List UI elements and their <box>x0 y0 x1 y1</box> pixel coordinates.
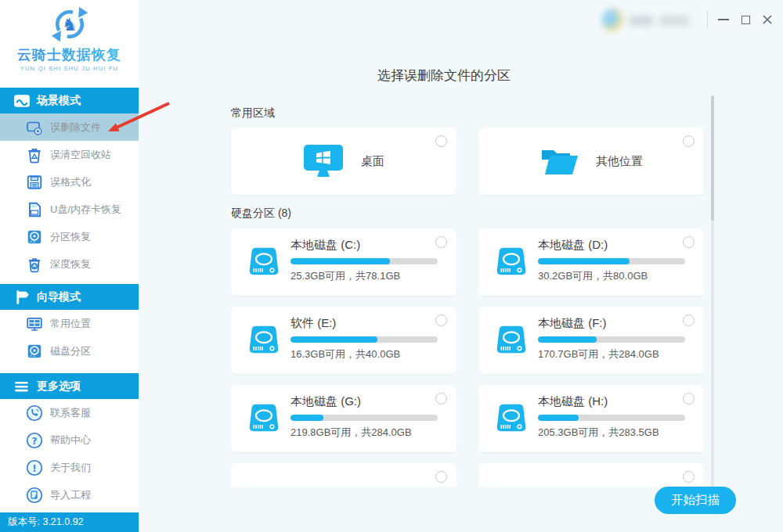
menu-lines-icon <box>13 378 31 395</box>
main-panel: 选择误删除文件的分区 常用区域 桌面 <box>139 0 783 532</box>
sidebar-item-label: U盘/内存卡恢复 <box>50 203 121 217</box>
maximize-button[interactable] <box>734 8 756 31</box>
partition-card-partial[interactable] <box>231 463 456 487</box>
sidebar-item-about-us[interactable]: ! 关于我们 <box>0 454 139 481</box>
scrollbar-thumb[interactable] <box>711 95 714 221</box>
vertical-scrollbar[interactable] <box>711 95 714 487</box>
recycle-arrows-knight-logo-icon: ♞ <box>49 5 90 44</box>
trash-restore-icon <box>26 256 43 273</box>
partition-card-partial[interactable] <box>478 463 704 487</box>
sidebar-item-label: 导入工程 <box>50 488 91 502</box>
sidebar-item-label: 联系客服 <box>50 406 91 420</box>
sidebar-item-label: 关于我们 <box>50 461 91 475</box>
partition-name: 本地磁盘 (D:) <box>538 238 608 253</box>
sidebar-item-import-project[interactable]: 导入工程 <box>0 481 139 509</box>
sidebar-item-help-center[interactable]: ? 帮助中心 <box>0 426 139 454</box>
partition-radio[interactable] <box>683 393 695 404</box>
sidebar-item-label: 分区恢复 <box>50 230 91 244</box>
page-title: 选择误删除文件的分区 <box>139 66 749 84</box>
partition-radio[interactable] <box>435 315 447 326</box>
sidebar-item-disk-partitions[interactable]: 磁盘分区 <box>0 337 139 365</box>
partition-card-f[interactable]: 本地磁盘 (F:) 170.7GB可用，共284.0GB <box>478 307 704 374</box>
exclaim-circle-icon: ! <box>26 459 43 476</box>
card-label: 其他位置 <box>596 154 643 169</box>
window-controls <box>707 0 778 39</box>
blurred-text <box>630 16 653 26</box>
partition-radio[interactable] <box>435 393 447 404</box>
desktop-radio[interactable] <box>435 135 447 147</box>
partition-section-label: 硬盘分区 (8) <box>231 207 291 221</box>
desktop-card[interactable]: 桌面 <box>231 128 456 195</box>
sidebar-item-label: 误清空回收站 <box>50 148 111 162</box>
hard-drive-icon <box>496 322 527 357</box>
sd-card-icon <box>26 201 43 218</box>
partition-card-h[interactable]: 本地磁盘 (H:) 205.3GB可用，共283.5GB <box>478 385 704 452</box>
partition-name: 本地磁盘 (H:) <box>538 394 608 409</box>
sidebar-item-common-locations[interactable]: 常用位置 <box>0 310 139 337</box>
sidebar-item-contact-support[interactable]: 联系客服 <box>0 399 139 426</box>
usage-bar <box>290 258 438 264</box>
partition-capacity: 170.7GB可用，共284.0GB <box>538 347 659 361</box>
common-area-label: 常用区域 <box>231 106 275 120</box>
sidebar-item-formatted[interactable]: 误格式化 <box>0 168 139 196</box>
partition-card-g[interactable]: 本地磁盘 (G:) 219.8GB可用，共284.0GB <box>231 385 456 452</box>
trash-recycle-icon <box>26 146 43 164</box>
minimize-icon <box>718 19 729 20</box>
blurred-text <box>659 16 690 26</box>
svg-text:!: ! <box>32 462 36 473</box>
sidebar-item-label: 深度恢复 <box>50 257 91 271</box>
avatar <box>602 9 623 32</box>
partition-card-c[interactable]: 本地磁盘 (C:) 25.3GB可用，共78.1GB <box>231 228 456 296</box>
wave-icon <box>13 92 31 110</box>
open-folder-icon <box>539 146 579 176</box>
sidebar-item-label: 误格式化 <box>50 175 91 189</box>
usage-bar <box>290 336 438 343</box>
close-button[interactable] <box>756 8 778 31</box>
section-header-wizard-mode: 向导模式 <box>0 284 139 310</box>
start-scan-button[interactable]: 开始扫描 <box>655 487 736 514</box>
monitor-icon <box>26 315 43 332</box>
sidebar-item-emptied-recycle-bin[interactable]: 误清空回收站 <box>0 141 139 168</box>
usage-bar <box>538 415 685 421</box>
svg-text:♞: ♞ <box>62 14 78 34</box>
partition-radio[interactable] <box>683 236 695 248</box>
sidebar-item-label: 误删除文件 <box>50 120 101 135</box>
user-account-badge[interactable] <box>602 8 690 33</box>
hard-drive-icon <box>248 401 280 435</box>
usage-bar <box>538 258 685 264</box>
usage-bar <box>290 415 438 421</box>
section-header-more-options: 更多选项 <box>0 373 139 399</box>
logo-subtitle: YUN QI SHI SHU JU HUI FU <box>0 65 139 72</box>
minimize-button[interactable] <box>713 8 734 31</box>
partition-capacity: 30.2GB可用，共80.0GB <box>538 269 648 283</box>
disk-square-icon <box>26 228 43 246</box>
partition-radio[interactable] <box>683 315 695 326</box>
sidebar-item-partition-recovery[interactable]: 分区恢复 <box>0 223 139 250</box>
partition-card-d[interactable]: 本地磁盘 (D:) 30.2GB可用，共80.0GB <box>478 228 704 296</box>
common-area-cards: 桌面 其他位置 <box>231 128 704 195</box>
section-header-label: 向导模式 <box>37 290 81 304</box>
import-circle-icon <box>26 487 43 504</box>
controls-divider <box>707 11 708 28</box>
partition-capacity: 205.3GB可用，共283.5GB <box>538 426 659 440</box>
maximize-icon <box>742 16 750 24</box>
usage-bar <box>538 336 685 343</box>
partition-radio[interactable] <box>435 471 447 483</box>
partition-card-e[interactable]: 软件 (E:) 16.3GB可用，共40.0GB <box>231 307 456 374</box>
sidebar-item-label: 帮助中心 <box>50 433 91 448</box>
logo-title: 云骑士数据恢复 <box>0 47 139 63</box>
sidebar-item-usb-memory-card[interactable]: U盘/内存卡恢复 <box>0 196 139 223</box>
partition-list: 本地磁盘 (C:) 25.3GB可用，共78.1GB 本地磁盘 (D:) 30.… <box>231 228 704 487</box>
sidebar-item-label: 常用位置 <box>50 317 91 331</box>
hard-drive-icon <box>248 322 280 357</box>
other-location-radio[interactable] <box>683 135 695 147</box>
partition-radio[interactable] <box>435 236 447 248</box>
partition-radio[interactable] <box>683 471 695 483</box>
signpost-icon <box>13 289 31 306</box>
other-location-card[interactable]: 其他位置 <box>478 128 704 195</box>
sidebar-item-deep-recovery[interactable]: 深度恢复 <box>0 250 139 278</box>
hard-drive-icon <box>496 401 527 435</box>
section-header-label: 更多选项 <box>37 379 81 394</box>
section-header-label: 场景模式 <box>37 94 81 108</box>
partition-capacity: 16.3GB可用，共40.0GB <box>290 347 400 361</box>
